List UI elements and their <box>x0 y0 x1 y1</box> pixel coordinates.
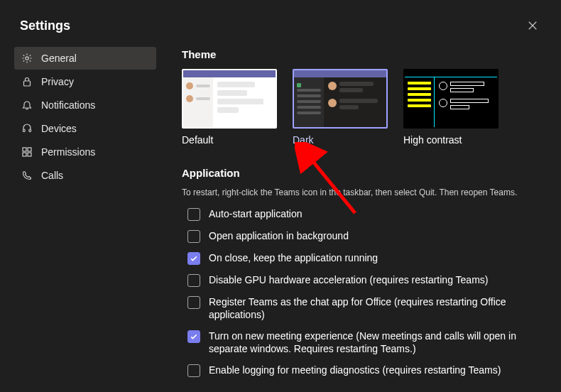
svg-rect-3 <box>29 129 31 132</box>
option-open-background[interactable]: Open application in background <box>187 229 544 243</box>
sidebar-item-label: Devices <box>41 123 77 134</box>
gear-icon <box>21 53 33 64</box>
sidebar-item-privacy[interactable]: Privacy <box>14 70 156 93</box>
checkbox[interactable] <box>187 364 200 377</box>
option-disable-gpu[interactable]: Disable GPU hardware acceleration (requi… <box>187 273 544 287</box>
lock-icon <box>21 76 33 87</box>
checkbox[interactable] <box>187 208 200 221</box>
theme-preview-default <box>182 69 277 129</box>
theme-option-default[interactable]: Default <box>182 69 277 146</box>
close-icon <box>528 21 538 31</box>
option-label: Auto-start application <box>209 207 303 220</box>
theme-label: Default <box>182 134 277 146</box>
svg-point-0 <box>26 57 28 60</box>
svg-rect-4 <box>23 148 26 151</box>
theme-label: High contrast <box>403 134 499 146</box>
svg-rect-1 <box>24 81 31 86</box>
sidebar-item-label: Notifications <box>41 99 95 111</box>
svg-rect-6 <box>23 153 26 156</box>
bell-icon <box>21 99 33 111</box>
checkbox[interactable] <box>187 274 200 287</box>
application-note: To restart, right-click the Teams icon i… <box>182 187 544 197</box>
sidebar-item-label: Permissions <box>41 146 95 158</box>
sidebar-item-devices[interactable]: Devices <box>14 117 156 140</box>
sidebar-item-calls[interactable]: Calls <box>14 164 156 187</box>
svg-rect-2 <box>23 129 26 132</box>
option-register-chat-app[interactable]: Register Teams as the chat app for Offic… <box>187 295 544 321</box>
svg-rect-5 <box>28 148 31 151</box>
check-icon <box>190 332 198 341</box>
svg-rect-7 <box>28 153 31 156</box>
theme-option-high-contrast[interactable]: High contrast <box>403 69 499 146</box>
theme-label: Dark <box>293 134 388 146</box>
headset-icon <box>21 123 33 134</box>
option-label: Enable logging for meeting diagnostics (… <box>209 364 501 376</box>
settings-main: Theme Default <box>156 47 544 386</box>
page-title: Settings <box>20 18 70 33</box>
option-enable-logging[interactable]: Enable logging for meeting diagnostics (… <box>187 364 544 377</box>
check-icon <box>190 254 198 263</box>
checkbox[interactable] <box>187 296 200 309</box>
application-section-title: Application <box>182 167 544 179</box>
phone-icon <box>21 170 33 181</box>
option-label: Open application in background <box>209 229 349 242</box>
option-keep-running[interactable]: On close, keep the application running <box>187 251 544 265</box>
sidebar-item-label: Calls <box>41 170 63 181</box>
option-label: Register Teams as the chat app for Offic… <box>209 295 521 321</box>
sidebar-item-notifications[interactable]: Notifications <box>14 94 156 116</box>
checkbox[interactable] <box>187 252 200 265</box>
settings-sidebar: General Privacy Notifications Devices Pe… <box>14 47 156 386</box>
sidebar-item-label: General <box>41 53 77 64</box>
close-button[interactable] <box>524 17 541 34</box>
option-label: On close, keep the application running <box>209 251 378 264</box>
checkbox[interactable] <box>187 230 200 243</box>
theme-preview-high-contrast <box>403 69 499 129</box>
sidebar-item-general[interactable]: General <box>14 47 156 70</box>
sidebar-item-label: Privacy <box>41 76 74 87</box>
theme-option-dark[interactable]: Dark <box>293 69 388 146</box>
sidebar-item-permissions[interactable]: Permissions <box>14 141 156 163</box>
option-new-meeting-experience[interactable]: Turn on new meeting experience (New meet… <box>187 330 544 355</box>
application-options: Auto-start application Open application … <box>182 207 544 377</box>
option-label: Disable GPU hardware acceleration (requi… <box>209 273 488 286</box>
apps-icon <box>21 146 33 158</box>
option-auto-start[interactable]: Auto-start application <box>187 207 544 221</box>
checkbox[interactable] <box>187 330 200 343</box>
theme-preview-dark <box>293 69 388 129</box>
option-label: Turn on new meeting experience (New meet… <box>209 330 521 355</box>
theme-section-title: Theme <box>182 48 544 60</box>
